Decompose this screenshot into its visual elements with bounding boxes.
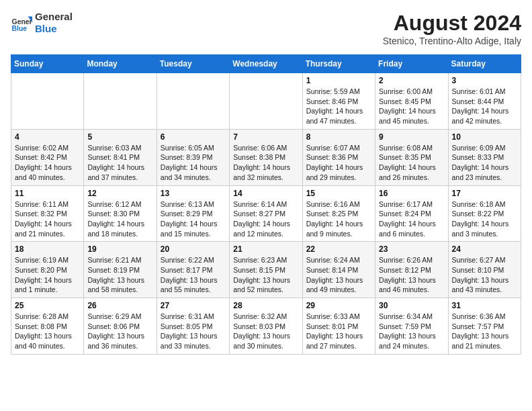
day-number: 14 [233,189,298,198]
day-number: 26 [87,301,152,310]
calendar-table: SundayMondayTuesdayWednesdayThursdayFrid… [11,54,521,355]
day-number: 8 [306,132,371,142]
day-info: Sunrise: 6:23 AMSunset: 8:15 PMDaylight:… [233,255,298,295]
calendar-cell: 20Sunrise: 6:22 AMSunset: 8:17 PMDayligh… [157,242,229,298]
day-number: 2 [379,76,444,85]
calendar-week-row: 18Sunrise: 6:19 AMSunset: 8:20 PMDayligh… [11,242,521,298]
calendar-cell: 13Sunrise: 6:13 AMSunset: 8:29 PMDayligh… [157,185,229,242]
day-number: 21 [233,244,298,254]
calendar-week-row: 25Sunrise: 6:28 AMSunset: 8:08 PMDayligh… [11,298,521,355]
day-number: 5 [87,132,152,142]
svg-text:Blue: Blue [12,25,28,32]
day-info: Sunrise: 6:03 AMSunset: 8:41 PMDaylight:… [87,143,152,183]
calendar-cell: 8Sunrise: 6:07 AMSunset: 8:36 PMDaylight… [302,129,375,185]
calendar-cell: 3Sunrise: 6:01 AMSunset: 8:44 PMDaylight… [448,73,521,130]
day-info: Sunrise: 6:33 AMSunset: 8:01 PMDaylight:… [306,312,371,351]
calendar-cell: 9Sunrise: 6:08 AMSunset: 8:35 PMDaylight… [375,129,448,185]
calendar-cell: 17Sunrise: 6:18 AMSunset: 8:22 PMDayligh… [448,185,521,242]
logo: General Blue GeneralBlue [11,11,73,35]
calendar-cell: 19Sunrise: 6:21 AMSunset: 8:19 PMDayligh… [84,242,157,298]
calendar-week-row: 4Sunrise: 6:02 AMSunset: 8:42 PMDaylight… [11,129,521,185]
day-number: 6 [161,132,226,142]
day-info: Sunrise: 6:16 AMSunset: 8:25 PMDaylight:… [306,199,371,239]
day-number: 11 [15,189,80,198]
day-number: 30 [379,301,444,310]
day-number: 15 [306,189,371,198]
day-number: 3 [452,76,517,85]
calendar-cell: 1Sunrise: 5:59 AMSunset: 8:46 PMDaylight… [302,73,375,130]
day-info: Sunrise: 6:12 AMSunset: 8:30 PMDaylight:… [87,199,152,239]
day-info: Sunrise: 6:02 AMSunset: 8:42 PMDaylight:… [15,143,80,183]
calendar-week-row: 11Sunrise: 6:11 AMSunset: 8:32 PMDayligh… [11,185,521,242]
calendar-cell: 11Sunrise: 6:11 AMSunset: 8:32 PMDayligh… [11,185,84,242]
calendar-cell: 6Sunrise: 6:05 AMSunset: 8:39 PMDaylight… [157,129,229,185]
day-number: 24 [452,244,517,254]
calendar-cell: 10Sunrise: 6:09 AMSunset: 8:33 PMDayligh… [448,129,521,185]
day-info: Sunrise: 6:01 AMSunset: 8:44 PMDaylight:… [452,87,517,126]
day-info: Sunrise: 6:09 AMSunset: 8:33 PMDaylight:… [452,143,517,183]
calendar-cell: 23Sunrise: 6:26 AMSunset: 8:12 PMDayligh… [375,242,448,298]
day-info: Sunrise: 6:13 AMSunset: 8:29 PMDaylight:… [161,199,226,239]
calendar-cell: 30Sunrise: 6:34 AMSunset: 7:59 PMDayligh… [375,298,448,355]
calendar-cell: 21Sunrise: 6:23 AMSunset: 8:15 PMDayligh… [230,242,302,298]
weekday-header-saturday: Saturday [448,55,521,73]
day-number: 22 [306,244,371,254]
month-year: August 2024 [383,11,521,36]
day-info: Sunrise: 6:17 AMSunset: 8:24 PMDaylight:… [379,199,444,239]
calendar-cell: 15Sunrise: 6:16 AMSunset: 8:25 PMDayligh… [302,185,375,242]
weekday-header-thursday: Thursday [302,55,375,73]
day-number: 10 [452,132,517,142]
calendar-cell: 5Sunrise: 6:03 AMSunset: 8:41 PMDaylight… [84,129,157,185]
calendar-cell [11,73,84,130]
calendar-cell [157,73,229,130]
day-info: Sunrise: 6:18 AMSunset: 8:22 PMDaylight:… [452,199,517,239]
day-info: Sunrise: 6:21 AMSunset: 8:19 PMDaylight:… [87,255,152,295]
weekday-header-tuesday: Tuesday [157,55,229,73]
calendar-cell: 27Sunrise: 6:31 AMSunset: 8:05 PMDayligh… [157,298,229,355]
day-number: 31 [452,301,517,310]
day-info: Sunrise: 6:32 AMSunset: 8:03 PMDaylight:… [233,312,298,351]
day-number: 19 [87,244,152,254]
calendar-cell [84,73,157,130]
day-number: 27 [161,301,226,310]
day-info: Sunrise: 6:22 AMSunset: 8:17 PMDaylight:… [161,255,226,295]
page-header: General Blue GeneralBlue August 2024 Ste… [11,11,521,46]
location: Stenico, Trentino-Alto Adige, Italy [383,36,521,46]
calendar-cell: 2Sunrise: 6:00 AMSunset: 8:45 PMDaylight… [375,73,448,130]
day-info: Sunrise: 6:24 AMSunset: 8:14 PMDaylight:… [306,255,371,295]
svg-text:General: General [12,18,32,26]
title-block: August 2024 Stenico, Trentino-Alto Adige… [383,11,521,46]
calendar-cell: 28Sunrise: 6:32 AMSunset: 8:03 PMDayligh… [230,298,302,355]
calendar-cell: 31Sunrise: 6:36 AMSunset: 7:57 PMDayligh… [448,298,521,355]
calendar-cell: 24Sunrise: 6:27 AMSunset: 8:10 PMDayligh… [448,242,521,298]
calendar-cell [230,73,302,130]
day-number: 25 [15,301,80,310]
calendar-cell: 14Sunrise: 6:14 AMSunset: 8:27 PMDayligh… [230,185,302,242]
day-info: Sunrise: 6:29 AMSunset: 8:06 PMDaylight:… [87,312,152,351]
calendar-header-row: SundayMondayTuesdayWednesdayThursdayFrid… [11,55,521,73]
day-number: 18 [15,244,80,254]
day-number: 16 [379,189,444,198]
day-info: Sunrise: 6:34 AMSunset: 7:59 PMDaylight:… [379,312,444,351]
day-info: Sunrise: 6:27 AMSunset: 8:10 PMDaylight:… [452,255,517,295]
day-info: Sunrise: 6:14 AMSunset: 8:27 PMDaylight:… [233,199,298,239]
day-number: 7 [233,132,298,142]
calendar-cell: 26Sunrise: 6:29 AMSunset: 8:06 PMDayligh… [84,298,157,355]
day-info: Sunrise: 5:59 AMSunset: 8:46 PMDaylight:… [306,87,371,126]
calendar-cell: 25Sunrise: 6:28 AMSunset: 8:08 PMDayligh… [11,298,84,355]
day-number: 1 [306,76,371,85]
calendar-cell: 12Sunrise: 6:12 AMSunset: 8:30 PMDayligh… [84,185,157,242]
day-info: Sunrise: 6:07 AMSunset: 8:36 PMDaylight:… [306,143,371,183]
day-number: 9 [379,132,444,142]
day-info: Sunrise: 6:06 AMSunset: 8:38 PMDaylight:… [233,143,298,183]
day-info: Sunrise: 6:26 AMSunset: 8:12 PMDaylight:… [379,255,444,295]
day-number: 13 [161,189,226,198]
day-number: 23 [379,244,444,254]
weekday-header-wednesday: Wednesday [230,55,302,73]
day-number: 12 [87,189,152,198]
calendar-cell: 7Sunrise: 6:06 AMSunset: 8:38 PMDaylight… [230,129,302,185]
day-info: Sunrise: 6:11 AMSunset: 8:32 PMDaylight:… [15,199,80,239]
weekday-header-monday: Monday [84,55,157,73]
calendar-cell: 18Sunrise: 6:19 AMSunset: 8:20 PMDayligh… [11,242,84,298]
weekday-header-friday: Friday [375,55,448,73]
